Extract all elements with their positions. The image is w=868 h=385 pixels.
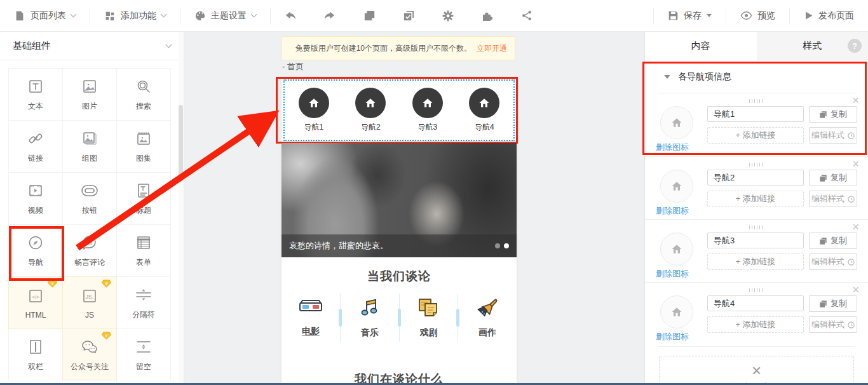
editor-window: 页面列表 添加功能 主题设置 [0, 0, 868, 385]
nav-item-1[interactable]: 导航1 [285, 83, 342, 138]
add-nav-item-button[interactable]: × 添加导航项 [659, 356, 854, 385]
component-search[interactable]: 搜索 [116, 68, 171, 121]
section-title: 各导航项信息 [678, 71, 731, 83]
save-button[interactable]: 保存 [654, 0, 726, 32]
diamond-icon [290, 44, 290, 53]
component-button[interactable]: 按钮 [62, 172, 117, 225]
delete-icon-link[interactable]: 删除图标 [656, 205, 689, 217]
drag-handle-icon[interactable] [749, 226, 764, 229]
undo-icon[interactable] [283, 9, 297, 23]
component-video[interactable]: 视频 [8, 172, 63, 225]
tab-content[interactable]: 内容 [645, 32, 757, 60]
close-icon[interactable]: × [852, 95, 859, 106]
component-link[interactable]: 链接 [8, 120, 63, 173]
delete-icon-link[interactable]: 删除图标 [656, 268, 689, 280]
edit-style-button[interactable]: 编辑样式 [809, 127, 857, 144]
nav-name-input[interactable] [707, 233, 804, 248]
add-link-button[interactable]: + 添加链接 [707, 127, 804, 144]
edit-style-button[interactable]: 编辑样式 [809, 191, 857, 207]
nav-icon-preview[interactable] [660, 170, 693, 203]
redo-icon[interactable] [323, 9, 337, 23]
topic-movie[interactable]: 电影 [281, 292, 340, 343]
nav-item-2[interactable]: 导航2 [342, 83, 400, 138]
edit-style-button[interactable]: 编辑样式 [809, 253, 857, 270]
preview-button[interactable]: 预览 [726, 0, 789, 32]
add-feature-button[interactable]: 添加功能 [90, 0, 180, 32]
scrollbar-thumb[interactable] [179, 105, 183, 181]
nav-item-4[interactable]: 导航4 [456, 83, 513, 138]
carousel-dots[interactable] [495, 243, 509, 248]
nav-item-card-list: × 删除图标 复制 + 添加链接 编辑样式 × 删除图标 [645, 93, 868, 385]
page-list-button[interactable]: 页面列表 [0, 0, 90, 32]
copy-button[interactable]: 复制 [809, 106, 857, 123]
carousel-image[interactable]: 哀愁的诗情，甜蜜的悲哀。 [281, 143, 517, 257]
component-image-group[interactable]: 组图 [62, 120, 117, 173]
section-title-1: 当我们谈论 [281, 268, 517, 285]
topic-music[interactable]: 音乐 [341, 292, 399, 343]
add-link-button[interactable]: + 添加链接 [707, 316, 804, 333]
add-link-button[interactable]: + 添加链接 [707, 191, 804, 207]
nav-name-input[interactable] [707, 295, 804, 311]
delete-icon-link[interactable]: 删除图标 [656, 142, 689, 153]
close-icon[interactable]: × [852, 158, 859, 170]
nav-item-3[interactable]: 导航3 [399, 83, 456, 138]
nav-icon-preview[interactable] [660, 295, 693, 328]
chevron-down-icon [166, 41, 172, 48]
component-changyan-comment[interactable]: 畅 畅言评论 [62, 224, 117, 277]
image-icon [81, 77, 98, 96]
component-js[interactable]: JS. JS [62, 276, 117, 329]
copy-button[interactable]: 复制 [809, 295, 857, 312]
topic-painting[interactable]: 画作 [458, 292, 517, 343]
component-image[interactable]: 图片 [62, 68, 117, 121]
copy-icon [819, 174, 827, 182]
component-text[interactable]: 文本 [8, 68, 63, 121]
sidebar-scrollbar[interactable] [179, 32, 183, 385]
plugin-puzzle-icon[interactable] [480, 9, 494, 23]
nav-name-input[interactable] [707, 170, 804, 186]
music-notes-icon [359, 297, 381, 321]
component-title[interactable]: 标题 [116, 172, 171, 225]
page-list-label: 页面列表 [31, 10, 66, 22]
settings-gear-icon[interactable] [441, 9, 455, 23]
svg-text:JS.: JS. [86, 293, 93, 299]
drag-handle-icon[interactable] [749, 288, 764, 292]
copy-button[interactable]: 复制 [809, 170, 857, 186]
paste-check-icon[interactable] [402, 9, 416, 23]
help-icon[interactable]: ? [848, 39, 862, 53]
edit-style-button[interactable]: 编辑样式 [809, 316, 857, 333]
delete-icon-link[interactable]: 删除图标 [656, 331, 689, 342]
collapse-triangle-icon[interactable] [664, 75, 670, 79]
component-separator[interactable]: 分隔符 [116, 276, 171, 329]
theme-settings-button[interactable]: 主题设置 [180, 0, 270, 32]
topic-drama[interactable]: 戏剧 [400, 292, 458, 343]
component-two-column[interactable]: 双栏 [8, 328, 63, 381]
nav-icon-preview[interactable] [660, 106, 693, 139]
drag-handle-icon[interactable] [749, 99, 764, 103]
add-link-button[interactable]: + 添加链接 [707, 253, 804, 270]
close-icon[interactable]: × [852, 284, 859, 295]
nav-info-section-header[interactable]: 各导航项信息 [645, 71, 731, 83]
component-wechat-follow[interactable]: 公众号关注 [62, 328, 117, 381]
nav-name-input[interactable] [707, 106, 804, 122]
share-icon[interactable] [520, 9, 534, 23]
copy-page-icon[interactable] [362, 9, 376, 23]
drag-handle-icon[interactable] [749, 163, 764, 166]
component-form[interactable]: 表单 [116, 224, 171, 277]
component-spacer[interactable]: 留空 [116, 328, 171, 381]
nav-icon-preview[interactable] [660, 233, 693, 266]
close-icon[interactable]: × [852, 221, 859, 233]
copy-button[interactable]: 复制 [809, 233, 857, 249]
nav-component-selected[interactable]: 导航1 导航2 导航3 导航4 [281, 78, 517, 143]
preview-label: 预览 [757, 10, 775, 22]
component-nav[interactable]: 导航 [8, 224, 63, 277]
component-album[interactable]: 图集 [116, 120, 171, 173]
carousel-dot-active[interactable] [504, 243, 509, 248]
carousel-dot[interactable] [495, 243, 500, 248]
publish-button[interactable]: 发布页面 [790, 0, 868, 32]
palette-icon [194, 10, 206, 22]
sidebar-section-header[interactable]: 基础组件 [0, 32, 184, 60]
component-html[interactable]: </> HTML [8, 276, 63, 329]
form-icon [135, 233, 152, 252]
upgrade-now-link[interactable]: 立即开通 [477, 43, 507, 54]
two-column-icon [27, 337, 44, 356]
